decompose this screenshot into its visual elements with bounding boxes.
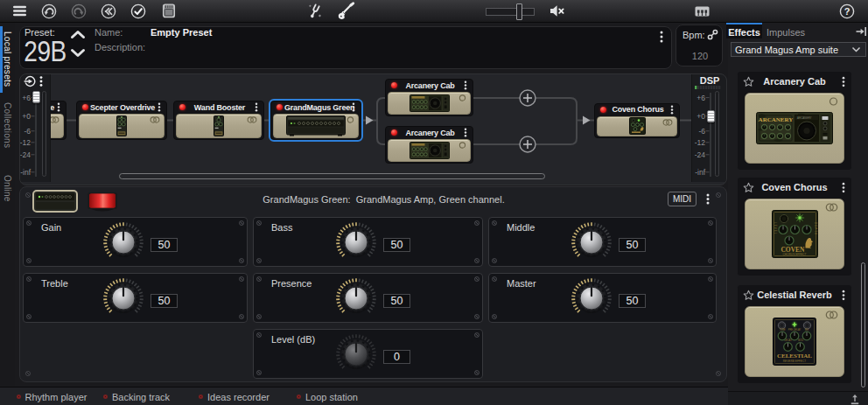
tab-effects[interactable]: Effects (726, 23, 762, 38)
treble-knob[interactable] (103, 278, 144, 318)
favorite-star-icon[interactable] (743, 182, 754, 193)
hamburger-icon (13, 5, 26, 17)
panel-screw (716, 371, 721, 376)
favorite-star-icon[interactable] (743, 76, 754, 87)
panel-screw (474, 332, 480, 338)
knob-value[interactable]: 50 (619, 238, 646, 252)
preset-down-button[interactable] (68, 46, 88, 59)
tab-local-presets[interactable]: Local presets (0, 26, 15, 93)
card-menu-button[interactable] (839, 182, 848, 193)
card-menu-button[interactable] (839, 76, 848, 87)
help-button[interactable]: ? (839, 0, 855, 22)
upload-button[interactable] (849, 394, 861, 405)
mute-button[interactable] (548, 0, 565, 22)
master-knob[interactable] (571, 278, 612, 318)
chain-block-coven-chorus[interactable]: Coven Chorus (594, 103, 680, 138)
chain-scrollbar[interactable] (119, 173, 545, 179)
chain-block-wand-booster[interactable]: Wand Booster (173, 101, 264, 140)
redo-button[interactable] (71, 0, 87, 22)
bass-knob[interactable] (336, 222, 376, 262)
knob-label: Level (dB) (271, 334, 315, 345)
undo-all-icon (101, 3, 116, 19)
block-menu-button[interactable] (54, 102, 63, 112)
preset-up-button[interactable] (68, 28, 88, 41)
middle-knob[interactable] (571, 222, 612, 262)
undo-button[interactable] (41, 0, 57, 22)
scale-label: -inf (20, 169, 31, 177)
stereo-icon (825, 311, 838, 319)
output-volume-slider[interactable] (486, 8, 535, 16)
ideas-recorder-button[interactable]: Ideas recorder (199, 388, 270, 405)
guitar-button[interactable] (334, 0, 355, 22)
midi-button[interactable]: MIDI (668, 192, 696, 206)
block-menu-button[interactable] (252, 102, 261, 112)
power-led[interactable] (600, 107, 606, 113)
add-block-button-bottom[interactable] (520, 136, 536, 152)
chain-block-arcanery-cab-top[interactable]: Arcanery Cab (385, 79, 473, 116)
chain-block-arcanery-cab-bottom[interactable]: Arcanery Cab (385, 126, 473, 164)
svg-text:CHORUS EFFECT: CHORUS EFFECT (782, 253, 806, 256)
dropdown-value: Grand Magus Amp suite (732, 45, 838, 55)
knob-value[interactable]: 50 (150, 294, 178, 308)
loop-station-button[interactable]: Loop station (297, 388, 358, 405)
power-led[interactable] (391, 82, 397, 88)
sidebar-scrollbar[interactable] (861, 262, 865, 388)
volume-slider-thumb[interactable] (516, 3, 522, 20)
gain-knob[interactable] (103, 222, 144, 262)
scale-label: -12 (20, 139, 31, 147)
input-meter (42, 91, 46, 177)
effect-suite-dropdown[interactable]: Grand Magus Amp suite (731, 42, 866, 57)
knob-value[interactable]: 50 (150, 238, 178, 252)
add-block-button-top[interactable] (520, 90, 536, 106)
block-title: GrandMagus Green (271, 103, 360, 112)
preset-name-value[interactable]: Empty Preset (150, 27, 212, 38)
effect-card-arcanery-cab[interactable]: Arcanery Cab ARCANERY (738, 72, 851, 170)
power-led[interactable] (276, 104, 283, 110)
level-knob[interactable] (336, 334, 376, 374)
block-menu-button[interactable] (349, 102, 358, 112)
left-tab-strip: Local presets Collections Online (0, 23, 15, 387)
knob-value[interactable]: 50 (383, 294, 410, 308)
backing-track-button[interactable]: Backing track (103, 388, 170, 405)
block-menu-button[interactable] (461, 80, 470, 90)
block-menu-button[interactable] (668, 105, 676, 115)
cabinet-button[interactable] (161, 0, 177, 22)
block-menu-button[interactable] (461, 128, 470, 137)
tuner-button[interactable] (305, 0, 325, 22)
knob-value[interactable]: 0 (383, 350, 410, 364)
card-menu-button[interactable] (839, 290, 848, 301)
bpm-link-button[interactable] (707, 29, 718, 40)
knob-value[interactable]: 50 (619, 294, 646, 308)
block-menu-button[interactable] (155, 102, 164, 112)
cabinet-icon (162, 3, 176, 18)
bpm-value[interactable]: 120 (676, 51, 724, 61)
upload-icon (849, 394, 861, 405)
amp-menu-button[interactable] (704, 192, 712, 206)
rhythm-player-button[interactable]: Rhythm player (17, 388, 88, 405)
presence-knob[interactable] (336, 278, 376, 318)
favorite-star-icon[interactable] (743, 290, 754, 301)
preset-menu-button[interactable] (654, 29, 668, 45)
effect-card-coven-chorus[interactable]: Coven Chorus LEVEL DEPTH (738, 178, 851, 276)
power-led[interactable] (179, 104, 186, 110)
preset-description-label: Description: (94, 42, 145, 52)
chain-block-scepter-overdrive[interactable]: Scepter Overdrive (76, 101, 167, 140)
help-icon: ? (839, 3, 855, 19)
tab-impulses[interactable]: Impulses (766, 24, 805, 38)
collapse-panel-button[interactable] (856, 26, 867, 37)
knob-value[interactable]: 50 (383, 238, 410, 252)
svg-text:ARCANERY: ARCANERY (797, 116, 812, 120)
undo-all-button[interactable] (101, 0, 116, 22)
confirm-button[interactable] (130, 0, 146, 22)
power-led[interactable] (391, 129, 397, 136)
chain-block-grandmagus-green[interactable]: GrandMagus Green (270, 101, 361, 140)
power-led[interactable] (82, 104, 88, 110)
menu-button[interactable] (12, 0, 26, 22)
midi-keyboard-button[interactable] (694, 0, 710, 22)
output-volume-fader[interactable] (707, 110, 715, 122)
input-volume-fader[interactable] (32, 91, 40, 103)
tab-online[interactable]: Online (0, 170, 15, 210)
tab-collections[interactable]: Collections (0, 97, 15, 151)
svg-text:PRE-DELAY: PRE-DELAY (788, 328, 802, 332)
effect-card-celestial-reverb[interactable]: Celestial Reverb (738, 285, 851, 383)
